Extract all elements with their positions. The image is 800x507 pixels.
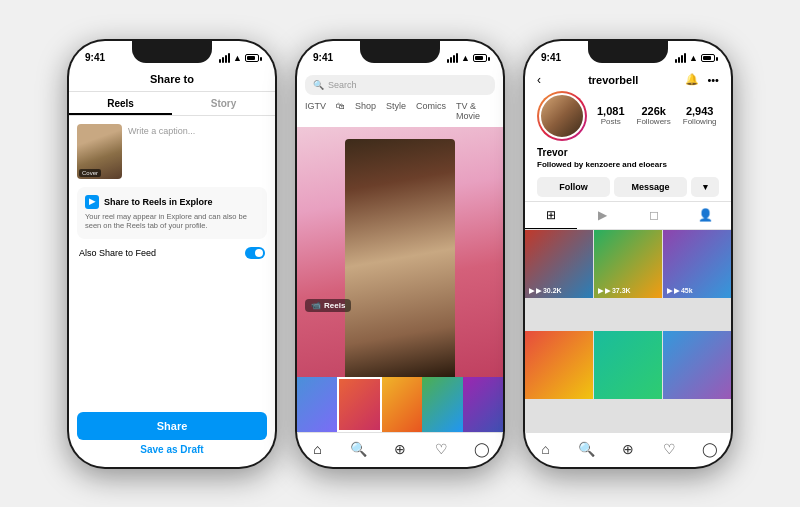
battery-icon-2 (473, 54, 487, 62)
nav-tab-igtv[interactable]: IGTV (305, 101, 326, 121)
wifi-icon-3: ▲ (689, 53, 698, 63)
thumbnail: Cover (77, 124, 122, 179)
nav-tab-tv[interactable]: TV & Movie (456, 101, 495, 121)
home-icon[interactable]: ⌂ (306, 439, 330, 459)
search-bar: 🔍 Search (297, 69, 503, 99)
nav-tabs: IGTV 🛍 Shop Style Comics TV & Movie (297, 99, 503, 127)
grid-count-2: ▶ ▶ 37.3K (598, 287, 631, 295)
following-count: 2,943 (683, 105, 717, 117)
stat-posts: 1,081 Posts (597, 105, 625, 126)
nav-tab-shop[interactable]: Shop (355, 101, 376, 121)
search-icon-nav[interactable]: 🔍 (347, 439, 371, 459)
grid-item-3[interactable]: ▶ ▶ 45k (663, 230, 731, 298)
thumb-3[interactable] (382, 377, 422, 432)
message-button[interactable]: Message (614, 177, 687, 197)
grid-count-1: ▶ ▶ 30.2K (529, 287, 562, 295)
follow-button[interactable]: Follow (537, 177, 610, 197)
save-draft-button[interactable]: Save as Draft (77, 440, 267, 461)
phone-3: 9:41 ▲ ‹ trevorbell 🔔 ••• 1, (523, 39, 733, 469)
add-icon-3[interactable]: ⊕ (616, 439, 640, 459)
notification-bell-icon[interactable]: 🔔 (685, 73, 699, 86)
caption-row: Cover Write a caption... (77, 124, 267, 179)
search-input[interactable]: 🔍 Search (305, 75, 495, 95)
followed-by-text: Followed by (537, 160, 585, 169)
grid-item-4[interactable] (525, 331, 593, 399)
tab-tagged[interactable]: ◻ (628, 202, 680, 229)
tab-reels[interactable]: ▶ (577, 202, 629, 229)
grid-img-5 (594, 331, 662, 399)
action-buttons: Follow Message ▾ (525, 173, 731, 201)
search-icon: 🔍 (313, 80, 324, 90)
back-icon[interactable]: ‹ (537, 73, 541, 87)
add-icon[interactable]: ⊕ (388, 439, 412, 459)
profile-username: trevorbell (588, 74, 638, 86)
tab-story[interactable]: Story (172, 92, 275, 115)
posts-count: 1,081 (597, 105, 625, 117)
profile-section: 1,081 Posts 226k Followers 2,943 Followi… (525, 91, 731, 147)
thumb-2[interactable] (337, 377, 381, 432)
stat-following: 2,943 Following (683, 105, 717, 126)
play-icon-3: ▶ (667, 287, 672, 295)
share-tabs: Reels Story (69, 92, 275, 116)
video-person (345, 139, 455, 377)
notch-1 (132, 41, 212, 63)
nav-tab-comics[interactable]: Comics (416, 101, 446, 121)
grid-img-4 (525, 331, 593, 399)
home-icon-3[interactable]: ⌂ (534, 439, 558, 459)
notch-2 (360, 41, 440, 63)
also-share-toggle[interactable] (245, 247, 265, 259)
more-options-icon[interactable]: ••• (707, 74, 719, 86)
following-label: Following (683, 117, 717, 126)
profile-header: ‹ trevorbell 🔔 ••• (525, 69, 731, 91)
profile-bio: Trevor Followed by kenzoere and eloears (525, 147, 731, 173)
thumb-4[interactable] (422, 377, 462, 432)
time-2: 9:41 (313, 52, 333, 63)
status-icons-3: ▲ (675, 53, 715, 63)
dropdown-button[interactable]: ▾ (691, 177, 719, 197)
nav-tab-style[interactable]: Style (386, 101, 406, 121)
grid-count-3: ▶ ▶ 45k (667, 287, 693, 295)
share-header: Share to (69, 69, 275, 92)
grid-item-5[interactable] (594, 331, 662, 399)
header-icons: 🔔 ••• (685, 73, 719, 86)
shop-icon: 🛍 (336, 101, 345, 121)
count-2: ▶ 37.3K (605, 287, 631, 295)
signal-icon-2 (447, 53, 458, 63)
share-content: Cover Write a caption... ▶ Share to Reel… (69, 116, 275, 406)
avatar-inner (539, 93, 585, 139)
tab-grid[interactable]: ⊞ (525, 202, 577, 229)
grid-img-6 (663, 331, 731, 399)
caption-input[interactable]: Write a caption... (128, 124, 267, 136)
grid-item-2[interactable]: ▶ ▶ 37.3K (594, 230, 662, 298)
grid-item-1[interactable]: ▶ ▶ 30.2K (525, 230, 593, 298)
heart-icon[interactable]: ♡ (429, 439, 453, 459)
reels-label: 📹 Reels (305, 299, 351, 312)
content-tabs: ⊞ ▶ ◻ 👤 (525, 201, 731, 230)
option-title: ▶ Share to Reels in Explore (85, 195, 259, 209)
status-icons-1: ▲ (219, 53, 259, 63)
share-footer: Share Save as Draft (69, 406, 275, 467)
posts-label: Posts (597, 117, 625, 126)
share-button[interactable]: Share (77, 412, 267, 440)
thumb-1[interactable] (297, 377, 337, 432)
tab-reels[interactable]: Reels (69, 92, 172, 115)
notch-3 (588, 41, 668, 63)
battery-icon (245, 54, 259, 62)
reels-option-icon: ▶ (85, 195, 99, 209)
reels-label-text: Reels (324, 301, 345, 310)
profile-icon[interactable]: ◯ (470, 439, 494, 459)
also-share-label: Also Share to Feed (79, 248, 156, 258)
profile-name: Trevor (537, 147, 719, 158)
followed-by: Followed by kenzoere and eloears (537, 160, 719, 169)
grid-item-6[interactable] (663, 331, 731, 399)
wifi-icon: ▲ (233, 53, 242, 63)
profile-icon-3[interactable]: ◯ (698, 439, 722, 459)
stat-followers: 226k Followers (637, 105, 671, 126)
thumb-5[interactable] (463, 377, 503, 432)
heart-icon-3[interactable]: ♡ (657, 439, 681, 459)
bottom-nav-2: ⌂ 🔍 ⊕ ♡ ◯ (297, 432, 503, 467)
tab-person[interactable]: 👤 (680, 202, 732, 229)
signal-icon (219, 53, 230, 63)
search-icon-3[interactable]: 🔍 (575, 439, 599, 459)
option-title-text: Share to Reels in Explore (104, 197, 213, 207)
